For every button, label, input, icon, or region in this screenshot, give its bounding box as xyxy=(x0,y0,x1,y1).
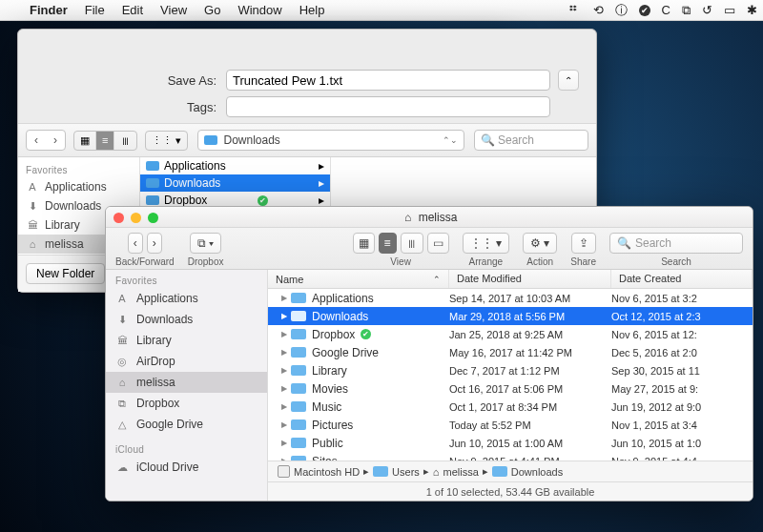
file-name: Pictures xyxy=(312,419,353,432)
back-button[interactable]: ‹ xyxy=(128,233,143,254)
file-row[interactable]: ▶ApplicationsSep 14, 2017 at 10:03 AMNov… xyxy=(268,289,753,307)
file-row[interactable]: ▶PublicJun 10, 2015 at 1:00 AMJun 10, 20… xyxy=(268,434,753,452)
folder-icon xyxy=(291,347,306,358)
file-created: Nov 6, 2015 at 3:2 xyxy=(611,293,753,304)
collapse-button[interactable]: ⌃ xyxy=(558,70,579,91)
menu-edit[interactable]: Edit xyxy=(113,3,152,17)
menuextra-bluetooth-icon[interactable]: ✱ xyxy=(741,3,763,17)
view-gallery-button[interactable]: ▭ xyxy=(427,233,449,254)
toolbar-label-search: Search xyxy=(661,256,691,267)
menu-go[interactable]: Go xyxy=(196,3,229,17)
file-row[interactable]: ▶Dropbox✔Jan 25, 2018 at 9:25 AMNov 6, 2… xyxy=(268,325,753,343)
file-row[interactable]: ▶PicturesToday at 5:52 PMNov 1, 2015 at … xyxy=(268,416,753,434)
share-button[interactable]: ⇪ xyxy=(571,233,596,254)
sidebar-item-dropbox[interactable]: ⧉Dropbox xyxy=(106,393,267,414)
disclosure-triangle-icon[interactable]: ▶ xyxy=(281,366,291,375)
location-popup[interactable]: Downloads ⌃⌄ xyxy=(197,130,464,151)
tags-field[interactable] xyxy=(226,96,550,117)
column-name[interactable]: Name⌃ xyxy=(268,270,449,288)
column-modified[interactable]: Date Modified xyxy=(449,270,611,288)
disclosure-triangle-icon[interactable]: ▶ xyxy=(281,402,291,411)
path-crumb[interactable]: Downloads xyxy=(492,466,563,478)
menuextra-c-icon[interactable]: C xyxy=(656,3,676,17)
menu-help[interactable]: Help xyxy=(291,3,334,17)
minimize-button[interactable] xyxy=(131,213,141,223)
menu-window[interactable]: Window xyxy=(229,3,290,17)
library-icon: 🏛 xyxy=(26,218,39,232)
disclosure-triangle-icon[interactable]: ▶ xyxy=(281,420,291,429)
save-as-field[interactable] xyxy=(226,70,550,91)
path-crumb[interactable]: ⌂melissa xyxy=(433,466,479,478)
airdrop-icon: ◎ xyxy=(115,355,129,368)
location-label: Downloads xyxy=(223,133,279,147)
file-modified: Mar 29, 2018 at 5:56 PM xyxy=(449,311,611,322)
forward-icon[interactable]: › xyxy=(46,131,65,150)
menu-app[interactable]: Finder xyxy=(21,3,76,17)
new-folder-button[interactable]: New Folder xyxy=(26,263,105,284)
file-row[interactable]: ▶Google DriveMay 16, 2017 at 11:42 PMDec… xyxy=(268,343,753,361)
menu-file[interactable]: File xyxy=(76,3,113,17)
sidebar-item-airdrop[interactable]: ◎AirDrop xyxy=(106,351,267,372)
folder-icon xyxy=(291,293,306,303)
dropbox-button[interactable]: ⧉ ▾ xyxy=(190,233,221,254)
folder-icon xyxy=(291,365,306,376)
sidebar-item-applications[interactable]: AApplications xyxy=(18,177,139,196)
column-headers: Name⌃ Date Modified Date Created xyxy=(268,270,753,289)
arrange-button[interactable]: ⋮⋮ ▾ xyxy=(463,233,509,254)
path-crumb[interactable]: Macintosh HD xyxy=(278,465,360,478)
sidebar-item-library[interactable]: 🏛Library xyxy=(106,330,267,351)
close-button[interactable] xyxy=(113,213,124,223)
sidebar-item-iclouddrive[interactable]: ☁iCloud Drive xyxy=(106,457,267,478)
view-list-icon[interactable]: ≡ xyxy=(96,132,114,150)
folder-icon xyxy=(492,466,507,477)
file-modified: Oct 1, 2017 at 8:34 PM xyxy=(449,401,611,413)
disclosure-triangle-icon[interactable]: ▶ xyxy=(281,330,291,338)
group-icon[interactable]: ⋮⋮ ▾ xyxy=(146,132,187,150)
file-created: May 27, 2015 at 9: xyxy=(611,383,753,395)
menuextra-timemachine-icon[interactable]: ↺ xyxy=(696,3,718,17)
menuextra-displays-icon[interactable]: ▭ xyxy=(718,3,741,17)
menuextra-info-icon[interactable]: ⓘ xyxy=(609,2,633,19)
menuextra-cube-icon[interactable]: ⧉ xyxy=(676,3,696,18)
column-item-downloads[interactable]: Downloads▸ xyxy=(140,174,330,192)
folder-icon xyxy=(146,178,159,188)
finder-search-field[interactable]: 🔍 Search xyxy=(609,233,743,254)
sidebar-item-googledrive[interactable]: △Google Drive xyxy=(106,414,267,435)
column-created[interactable]: Date Created xyxy=(611,270,753,288)
view-column-icon[interactable]: ⫼ xyxy=(114,132,136,150)
view-icon-icon[interactable]: ▦ xyxy=(74,132,96,150)
sidebar-item-melissa[interactable]: ⌂melissa xyxy=(106,372,267,393)
downloads-icon: ⬇ xyxy=(115,313,129,326)
disclosure-triangle-icon[interactable]: ▶ xyxy=(281,348,291,357)
status-bar: 1 of 10 selected, 53.44 GB available xyxy=(268,481,753,501)
sidebar-item-applications[interactable]: AApplications xyxy=(106,288,267,309)
disclosure-triangle-icon[interactable]: ▶ xyxy=(281,439,291,447)
disclosure-triangle-icon[interactable]: ▶ xyxy=(281,312,291,320)
back-icon[interactable]: ‹ xyxy=(27,131,46,150)
file-row[interactable]: ▶LibraryDec 7, 2017 at 1:12 PMSep 30, 20… xyxy=(268,361,753,379)
file-row[interactable]: ▶MusicOct 1, 2017 at 8:34 PMJun 19, 2012… xyxy=(268,398,753,416)
zoom-button[interactable] xyxy=(148,213,158,223)
view-list-button[interactable]: ≡ xyxy=(379,233,397,254)
view-column-button[interactable]: ⫼ xyxy=(401,233,423,254)
file-modified: Jun 10, 2015 at 1:00 AM xyxy=(449,438,611,449)
file-row[interactable]: ▶SitesNov 9, 2015 at 4:41 PMNov 9, 2015 … xyxy=(268,452,753,460)
column-item-applications[interactable]: Applications▸ xyxy=(140,157,330,174)
file-row[interactable]: ▶MoviesOct 16, 2017 at 5:06 PMMay 27, 20… xyxy=(268,379,753,398)
save-search-field[interactable]: 🔍 Search xyxy=(474,130,588,151)
disclosure-triangle-icon[interactable]: ▶ xyxy=(281,294,291,302)
sidebar-item-downloads[interactable]: ⬇Downloads xyxy=(106,309,267,330)
icloud-icon: ☁ xyxy=(115,460,129,474)
file-created: Jun 10, 2015 at 1:0 xyxy=(611,438,753,449)
view-icon-button[interactable]: ▦ xyxy=(353,233,375,254)
menuextra-dropbox-icon[interactable] xyxy=(563,4,588,17)
menu-view[interactable]: View xyxy=(152,3,196,17)
forward-button[interactable]: › xyxy=(147,233,162,254)
save-nav-buttons[interactable]: ‹› xyxy=(26,130,66,151)
menuextra-check-icon[interactable]: ✔ xyxy=(633,5,656,16)
file-row[interactable]: ▶DownloadsMar 29, 2018 at 5:56 PMOct 12,… xyxy=(268,307,753,325)
disclosure-triangle-icon[interactable]: ▶ xyxy=(281,384,291,393)
menuextra-sync-icon[interactable]: ⟲ xyxy=(588,3,609,17)
path-crumb[interactable]: Users xyxy=(373,466,420,478)
action-button[interactable]: ⚙ ▾ xyxy=(523,233,557,254)
